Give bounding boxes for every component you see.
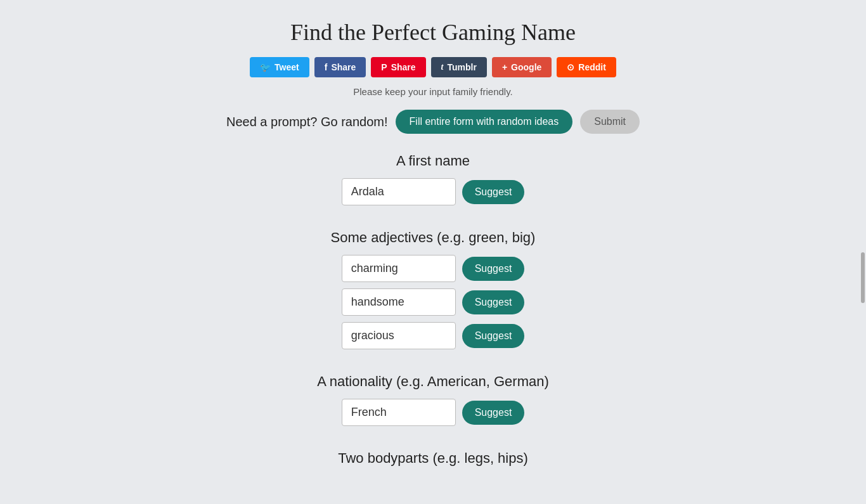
reddit-icon: ⊙ xyxy=(567,62,574,72)
nationality-input-row: Suggest xyxy=(342,399,525,426)
tumblr-share-button[interactable]: t Tumblr xyxy=(431,57,487,77)
tumblr-icon: t xyxy=(441,62,444,72)
random-prompt-label: Need a prompt? Go random! xyxy=(226,115,388,129)
google-share-button[interactable]: + Google xyxy=(492,57,552,77)
page-title: Find the Perfect Gaming Name xyxy=(290,19,576,46)
tumblr-label: Tumblr xyxy=(448,62,477,72)
reddit-share-button[interactable]: ⊙ Reddit xyxy=(557,57,616,77)
adjective-1-row: Suggest xyxy=(342,255,525,282)
adjective-2-input[interactable] xyxy=(342,288,456,316)
first-name-input[interactable] xyxy=(342,178,456,205)
facebook-label: Share xyxy=(331,62,356,72)
social-buttons-row: 🐦 Tweet f Share P Share t Tumblr + Googl… xyxy=(250,57,616,77)
adjective-1-input[interactable] xyxy=(342,255,456,282)
bodyparts-label: Two bodyparts (e.g. legs, hips) xyxy=(338,450,528,467)
first-name-label: A first name xyxy=(396,153,470,169)
scrollbar[interactable] xyxy=(861,252,865,303)
first-name-suggest-button[interactable]: Suggest xyxy=(462,180,525,204)
adjective-2-row: Suggest xyxy=(342,288,525,316)
adjectives-label: Some adjectives (e.g. green, big) xyxy=(331,229,536,246)
pinterest-share-button[interactable]: P Share xyxy=(371,57,425,77)
nationality-input[interactable] xyxy=(342,399,456,426)
adjectives-section: Some adjectives (e.g. green, big) Sugges… xyxy=(13,229,853,356)
tweet-button[interactable]: 🐦 Tweet xyxy=(250,57,309,77)
reddit-label: Reddit xyxy=(578,62,606,72)
twitter-icon: 🐦 xyxy=(260,62,271,72)
first-name-input-row: Suggest xyxy=(342,178,525,205)
facebook-share-button[interactable]: f Share xyxy=(314,57,366,77)
pinterest-label: Share xyxy=(391,62,416,72)
google-plus-icon: + xyxy=(502,62,507,72)
adjective-3-input[interactable] xyxy=(342,322,456,349)
nationality-label: A nationality (e.g. American, German) xyxy=(317,373,549,390)
first-name-section: A first name Suggest xyxy=(13,153,853,212)
tweet-label: Tweet xyxy=(275,62,299,72)
bodyparts-section: Two bodyparts (e.g. legs, hips) xyxy=(13,450,853,475)
adjective-1-suggest-button[interactable]: Suggest xyxy=(462,257,525,281)
facebook-icon: f xyxy=(325,62,328,72)
submit-button[interactable]: Submit xyxy=(580,110,640,134)
random-fill-row: Need a prompt? Go random! Fill entire fo… xyxy=(226,110,640,134)
adjective-3-suggest-button[interactable]: Suggest xyxy=(462,324,525,348)
nationality-section: A nationality (e.g. American, German) Su… xyxy=(13,373,853,432)
adjective-2-suggest-button[interactable]: Suggest xyxy=(462,290,525,314)
adjective-3-row: Suggest xyxy=(342,322,525,349)
fill-random-button[interactable]: Fill entire form with random ideas xyxy=(396,110,573,134)
nationality-suggest-button[interactable]: Suggest xyxy=(462,401,525,425)
family-friendly-note: Please keep your input family friendly. xyxy=(353,86,513,97)
google-label: Google xyxy=(511,62,541,72)
pinterest-icon: P xyxy=(381,62,387,72)
